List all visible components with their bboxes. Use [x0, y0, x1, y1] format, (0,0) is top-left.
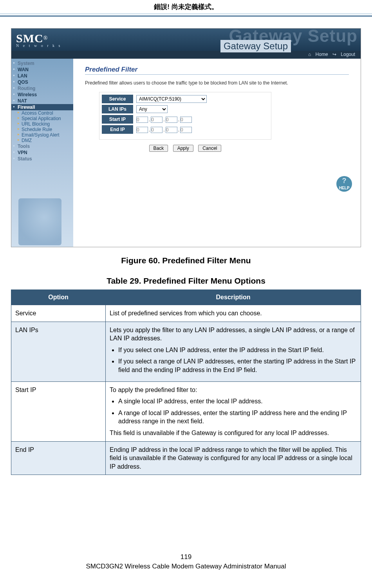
sidebar-item-tools[interactable]: Tools: [11, 143, 73, 149]
logout-link[interactable]: ↪ Logout: [332, 52, 355, 57]
cell-option: LAN IPs: [11, 322, 106, 381]
startip-octet-4[interactable]: [180, 117, 192, 123]
home-link[interactable]: ⌂ Home: [308, 52, 328, 57]
panel-intro: Predefined filter allows users to choose…: [85, 80, 349, 86]
label-startip: Start IP: [102, 115, 133, 124]
startip-octet-3[interactable]: [166, 117, 177, 123]
brand-logo: SMC® N e t w o r k s: [16, 32, 61, 48]
startip-octet-2[interactable]: [151, 117, 163, 123]
label-service: Service: [102, 95, 133, 103]
table-row: Start IP To apply the predefined filter …: [11, 381, 361, 441]
cell-desc: Lets you apply the filter to any LAN IP …: [106, 322, 361, 381]
sidebar: System WAN LAN QOS Routing Wireless NAT …: [11, 59, 73, 247]
help-label: HELP: [339, 186, 350, 190]
table-row: End IP Ending IP address in the local IP…: [11, 441, 361, 475]
page-footer: 119 SMCD3GN2 Wireless Cable Modem Gatewa…: [0, 553, 372, 582]
endip-octet-4[interactable]: [180, 127, 192, 133]
main-panel: Predefined Filter Predefined filter allo…: [73, 59, 361, 247]
help-icon[interactable]: HELP: [336, 176, 352, 192]
startip-octet-1[interactable]: [136, 117, 148, 123]
table-row: Service List of predefined services from…: [11, 305, 361, 322]
endip-octet-1[interactable]: [136, 127, 148, 133]
page-header: 錯誤! 尚未定義樣式。: [0, 0, 372, 16]
cell-option: Start IP: [11, 381, 106, 441]
th-description: Description: [106, 290, 361, 305]
filter-form: Service AIM/ICQ(TCP:5190) LAN IPs Any: [99, 92, 271, 140]
panel-title: Predefined Filter: [85, 66, 349, 75]
brand-logo-sub: N e t w o r k s: [16, 43, 61, 48]
label-endip: End IP: [102, 125, 133, 134]
setup-tag: Gateway Setup: [220, 40, 291, 52]
sidebar-item-qos[interactable]: QOS: [11, 79, 73, 85]
apply-button[interactable]: Apply: [173, 145, 193, 152]
manual-title: SMCD3GN2 Wireless Cable Modem Gateway Ad…: [86, 563, 286, 570]
header-links: ⌂ Home ↪ Logout: [305, 52, 355, 57]
router-header: SMC® N e t w o r k s Gateway Setup: [11, 29, 361, 51]
table-row: LAN IPs Lets you apply the filter to any…: [11, 322, 361, 381]
endip-octet-2[interactable]: [151, 127, 163, 133]
sidebar-item-system[interactable]: System: [11, 60, 73, 67]
sidebar-item-firewall[interactable]: Firewall: [11, 104, 73, 110]
lanips-select[interactable]: Any: [136, 105, 168, 113]
cell-desc: List of predefined services from which y…: [106, 305, 361, 322]
sidebar-item-wan[interactable]: WAN: [11, 67, 73, 73]
sidebar-item-status[interactable]: Status: [11, 156, 73, 162]
router-subheader: Gateway Setup ⌂ Home ↪ Logout: [11, 51, 361, 59]
service-select[interactable]: AIM/ICQ(TCP:5190): [136, 95, 207, 103]
cell-desc: Ending IP address in the local IP addres…: [106, 441, 361, 475]
brand-logo-text: SMC: [16, 32, 43, 45]
cancel-button[interactable]: Cancel: [198, 145, 221, 152]
options-table: Option Description Service List of prede…: [11, 290, 361, 475]
sidebar-subitem-dmz[interactable]: DMZ: [11, 137, 33, 144]
page-number: 119: [0, 553, 372, 561]
cell-desc: To apply the predefined filter to: A sin…: [106, 381, 361, 441]
button-row: Back Apply Cancel: [99, 144, 271, 152]
th-option: Option: [11, 290, 106, 305]
sidebar-item-nat[interactable]: NAT: [11, 98, 73, 104]
page-header-text: 錯誤! 尚未定義樣式。: [0, 2, 372, 14]
sidebar-item-wireless[interactable]: Wireless: [11, 92, 73, 98]
router-window: SMC® N e t w o r k s Gateway Setup Gatew…: [11, 28, 361, 247]
figure-caption: Figure 60. Predefined Filter Menu: [11, 256, 361, 265]
back-button[interactable]: Back: [149, 145, 168, 152]
cell-option: End IP: [11, 441, 106, 475]
endip-octet-3[interactable]: [166, 127, 177, 133]
sidebar-item-lan[interactable]: LAN: [11, 73, 73, 79]
sidebar-decor-image: [18, 198, 61, 245]
sidebar-item-routing[interactable]: Routing: [11, 85, 73, 92]
cell-option: Service: [11, 305, 106, 322]
table-caption: Table 29. Predefined Filter Menu Options: [11, 276, 361, 286]
label-lanips: LAN IPs: [102, 105, 133, 113]
sidebar-item-vpn[interactable]: VPN: [11, 149, 73, 156]
registered-icon: ®: [43, 35, 48, 41]
